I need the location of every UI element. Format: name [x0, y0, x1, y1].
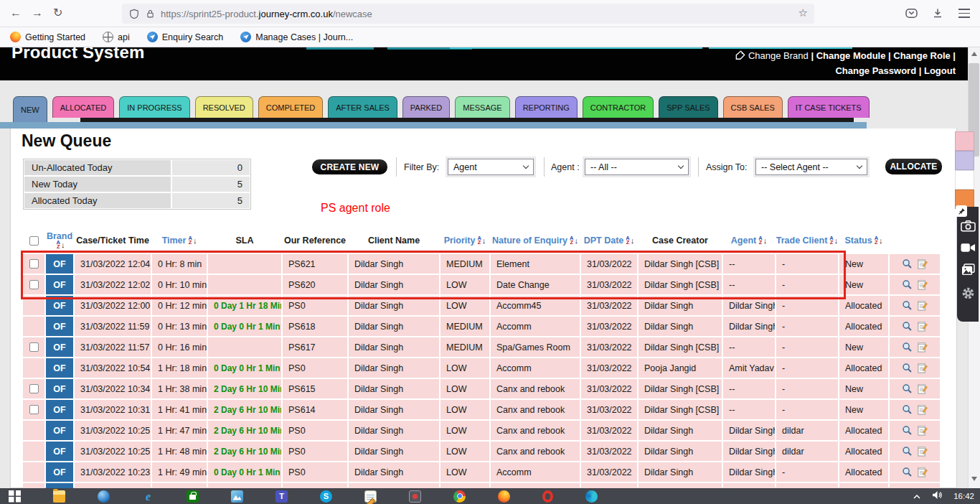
column-header-trade-client[interactable]: Trade ClientAZ↓: [776, 236, 838, 246]
column-header-agent[interactable]: AgentAZ↓: [723, 236, 775, 246]
menu-icon[interactable]: [958, 9, 970, 18]
agent-select[interactable]: -- All --: [585, 159, 689, 175]
column-header-dpt-date[interactable]: DPT DateAZ↓: [581, 236, 637, 246]
palette-swatch[interactable]: [955, 170, 974, 190]
palette-swatch[interactable]: [955, 151, 974, 170]
edit-case-icon[interactable]: [917, 342, 928, 353]
url-bar[interactable]: https://sprint25-product.journey-crm.co.…: [122, 4, 814, 24]
column-header-timer[interactable]: TimerAZ↓: [152, 236, 207, 246]
change-brand-link[interactable]: Change Brand: [748, 50, 809, 61]
forward-button[interactable]: →: [32, 6, 43, 20]
pocket-icon[interactable]: [905, 7, 918, 22]
photos-icon[interactable]: [231, 490, 243, 503]
row-checkbox[interactable]: [29, 384, 39, 393]
row-checkbox[interactable]: [29, 405, 39, 414]
edit-case-icon[interactable]: [917, 425, 928, 436]
file-explorer-icon[interactable]: [53, 490, 65, 503]
gallery-icon[interactable]: [961, 263, 975, 279]
queue-tab[interactable]: CONTRACTOR: [583, 96, 654, 118]
edit-case-icon[interactable]: [917, 321, 928, 332]
view-case-icon[interactable]: [902, 300, 913, 311]
change-password-logout-links[interactable]: Change Password | Logout: [835, 65, 956, 76]
cell-brand[interactable]: OF: [46, 379, 73, 398]
allocate-button[interactable]: ALLOCATE: [885, 159, 942, 174]
edit-case-icon[interactable]: [917, 404, 928, 415]
create-new-button[interactable]: CREATE NEW: [312, 159, 387, 174]
video-icon[interactable]: [961, 243, 976, 256]
firefox-icon[interactable]: [498, 490, 510, 503]
cell-brand[interactable]: OF: [46, 483, 73, 488]
queue-tab[interactable]: MESSAGE: [455, 96, 509, 118]
select-all-checkbox[interactable]: [29, 236, 39, 246]
view-case-icon[interactable]: [902, 425, 913, 436]
cell-brand[interactable]: OF: [46, 317, 73, 336]
downloads-icon[interactable]: [932, 7, 943, 22]
scroll-up-arrow[interactable]: [971, 52, 977, 56]
view-case-icon[interactable]: [902, 467, 913, 477]
edit-case-icon[interactable]: [917, 446, 928, 457]
view-case-icon[interactable]: [902, 404, 913, 415]
bookmark-item[interactable]: Enquiry Search: [147, 32, 223, 42]
lock-icon[interactable]: [146, 9, 155, 19]
change-module-role-links[interactable]: | Change Module | Change Role |: [811, 50, 956, 61]
row-checkbox[interactable]: [29, 342, 39, 352]
queue-tab[interactable]: IT CASE TICKETS: [788, 96, 870, 118]
column-header-priority[interactable]: PriorityAZ↓: [440, 236, 489, 246]
column-header-nature[interactable]: Nature of EnquiryAZ↓: [491, 236, 580, 246]
palette-swatch[interactable]: [955, 131, 974, 151]
gear-icon[interactable]: [961, 286, 975, 303]
chrome-icon[interactable]: [453, 490, 466, 503]
edit-case-icon[interactable]: [917, 383, 928, 394]
bookmark-item[interactable]: Getting Started: [10, 32, 85, 42]
cell-brand[interactable]: OF: [46, 358, 73, 378]
screen-recorder-icon[interactable]: [409, 490, 421, 503]
cell-brand[interactable]: OF: [46, 462, 73, 482]
column-header-brand[interactable]: BrandAZ↓: [46, 232, 73, 250]
bookmark-star-icon[interactable]: ☆: [798, 6, 808, 19]
queue-tab[interactable]: PARKED: [402, 96, 450, 118]
edit-case-icon[interactable]: [917, 258, 928, 269]
cell-brand[interactable]: OF: [46, 337, 73, 357]
queue-tab[interactable]: ALLOCATED: [52, 96, 115, 118]
cell-brand[interactable]: OF: [46, 275, 73, 294]
shield-icon[interactable]: [129, 9, 139, 19]
cell-brand[interactable]: OF: [46, 254, 73, 274]
tray-expand-icon[interactable]: [913, 490, 921, 503]
view-case-icon[interactable]: [902, 279, 913, 290]
start-icon[interactable]: [9, 490, 21, 503]
view-case-icon[interactable]: [902, 383, 913, 394]
queue-tab[interactable]: AFTER SALES: [328, 96, 397, 118]
cell-brand[interactable]: OF: [46, 296, 73, 315]
opera-icon[interactable]: [542, 490, 553, 503]
view-case-icon[interactable]: [902, 446, 913, 457]
queue-tab[interactable]: RESOLVED: [195, 96, 253, 118]
column-header-status[interactable]: StatusAZ↓: [839, 236, 888, 246]
cell-brand[interactable]: OF: [46, 400, 73, 419]
edit-case-icon[interactable]: [917, 363, 928, 373]
camera-icon[interactable]: [961, 220, 976, 235]
view-case-icon[interactable]: [902, 342, 913, 353]
row-checkbox[interactable]: [29, 259, 39, 269]
microsoft-store-icon[interactable]: [187, 490, 199, 503]
internet-explorer-icon[interactable]: [142, 490, 154, 503]
filter-by-select[interactable]: Agent: [448, 159, 534, 175]
edit-case-icon[interactable]: [917, 467, 928, 477]
queue-tab[interactable]: IN PROGRESS: [119, 96, 189, 118]
clock[interactable]: 16:42: [953, 492, 974, 500]
bookmark-item[interactable]: Manage Cases | Journ...: [240, 32, 353, 42]
view-case-icon[interactable]: [902, 258, 913, 269]
assign-to-select[interactable]: -- Select Agent --: [755, 159, 867, 175]
notepad-icon[interactable]: [364, 490, 377, 503]
bookmark-item[interactable]: api: [103, 32, 130, 42]
teams-icon[interactable]: [275, 490, 288, 503]
view-case-icon[interactable]: [902, 363, 913, 373]
pin-icon[interactable]: [956, 205, 967, 217]
back-button[interactable]: ←: [10, 6, 22, 20]
queue-tab[interactable]: CSB SALES: [723, 96, 783, 118]
edit-case-icon[interactable]: [917, 279, 928, 290]
queue-tab[interactable]: COMPLETED: [258, 96, 323, 118]
row-checkbox[interactable]: [29, 280, 39, 289]
edit-case-icon[interactable]: [917, 300, 928, 311]
cell-brand[interactable]: OF: [46, 442, 73, 461]
scroll-down-arrow[interactable]: [971, 477, 977, 481]
